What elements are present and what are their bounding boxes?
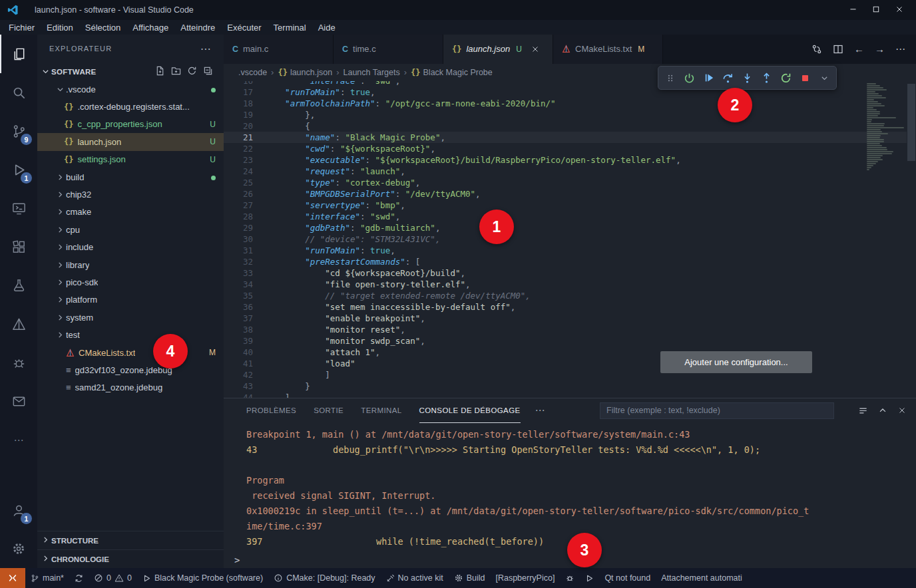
activity-search[interactable] <box>0 73 37 112</box>
breadcrumb-item[interactable]: {}Black Magic Probe <box>411 68 493 77</box>
status-cmake-debug[interactable] <box>560 573 580 583</box>
activity-remote-explorer[interactable] <box>0 189 37 227</box>
breadcrumb-item[interactable]: Launch Targets <box>343 68 399 77</box>
tree-item-test[interactable]: test <box>37 326 224 343</box>
status-git-branch[interactable]: main* <box>25 573 69 583</box>
restart-button[interactable] <box>776 68 796 88</box>
activity-testing[interactable] <box>0 266 37 305</box>
activity-source-control[interactable]: 9 <box>0 112 37 150</box>
menu-aide[interactable]: Aide <box>312 23 342 33</box>
menu-exécuter[interactable]: Exécuter <box>221 23 267 33</box>
lines-icon[interactable] <box>858 406 868 416</box>
console-filter-input[interactable] <box>600 402 834 419</box>
activity-explorer[interactable] <box>0 35 37 73</box>
tree-item-.cortex-debug.registers.stat...[interactable]: {}.cortex-debug.registers.stat... <box>37 98 224 115</box>
continue-button[interactable] <box>699 68 718 88</box>
arrow-right-icon[interactable]: → <box>875 44 885 54</box>
panel-tab-CONSOLE DE DÉBOGAGE[interactable]: CONSOLE DE DÉBOGAGE <box>419 398 521 423</box>
section-header-structure[interactable]: STRUCTURE <box>37 531 224 549</box>
status-sync[interactable] <box>69 574 89 583</box>
arrow-left-icon[interactable]: ← <box>854 44 864 54</box>
status-cmake-variant[interactable]: CMake: [Debug]: Ready <box>268 573 380 583</box>
activity-more-views[interactable]: ⋯ <box>0 420 37 459</box>
editor-scrollbar[interactable] <box>907 81 916 398</box>
tree-item-c_cpp_properties.json[interactable]: {}c_cpp_properties.jsonU <box>37 116 224 133</box>
tree-item-launch.json[interactable]: {}launch.jsonU <box>37 133 224 150</box>
activity-cmake[interactable] <box>0 305 37 343</box>
status-auto-attach[interactable]: Attachement automati <box>656 573 748 583</box>
add-configuration-button[interactable]: Ajouter une configuration... <box>660 351 812 373</box>
remote-indicator[interactable] <box>0 568 25 588</box>
tree-item-cmake[interactable]: cmake <box>37 204 224 221</box>
refresh-button[interactable] <box>187 66 197 77</box>
code-editor[interactable]: 16 "interface": "swd",17 "runToMain": tr… <box>224 81 916 398</box>
tree-item-cpu[interactable]: cpu <box>37 221 224 238</box>
new-folder-button[interactable] <box>171 66 181 77</box>
breadcrumb-item[interactable]: {}launch.json <box>278 68 332 77</box>
tree-item-library[interactable]: library <box>37 256 224 273</box>
tree-item-system[interactable]: system <box>37 309 224 326</box>
scrollbar-thumb[interactable] <box>907 84 915 161</box>
activity-extensions[interactable] <box>0 227 37 266</box>
ellipsis-icon[interactable]: ⋯ <box>895 44 905 54</box>
minimize-button[interactable] <box>849 5 857 15</box>
status-problems[interactable]: 00 <box>89 573 137 583</box>
chevron-up-icon[interactable] <box>878 406 887 415</box>
collapse-all-button[interactable] <box>203 66 213 77</box>
status-cmake-build[interactable]: Build <box>449 573 491 583</box>
new-file-button[interactable] <box>155 66 165 77</box>
tree-item-pico-sdk[interactable]: pico-sdk <box>37 273 224 291</box>
status-qt-status[interactable]: Qt not found <box>599 573 656 583</box>
section-header-chronologie[interactable]: CHRONOLOGIE <box>37 549 224 568</box>
split-editor-icon[interactable] <box>833 44 843 55</box>
open-changes-icon[interactable] <box>811 44 822 55</box>
tree-item-include[interactable]: include <box>37 239 224 256</box>
panel-tab-SORTIE[interactable]: SORTIE <box>314 398 344 423</box>
menu-edition[interactable]: Edition <box>41 23 79 33</box>
activity-cortex-debug[interactable] <box>0 343 37 382</box>
maximize-button[interactable] <box>872 5 880 15</box>
tree-item-CMakeLists.txt[interactable]: CMakeLists.txtM <box>37 344 224 361</box>
stop-button[interactable] <box>796 68 815 88</box>
tab-time.c[interactable]: Ctime.c <box>334 35 443 64</box>
status-cmake-run[interactable] <box>580 574 599 583</box>
ellipsis-icon[interactable]: ⋯ <box>535 404 545 416</box>
menu-affichage[interactable]: Affichage <box>126 23 174 33</box>
tab-main.c[interactable]: Cmain.c <box>224 35 334 64</box>
pause-power-button[interactable] <box>680 68 699 88</box>
drag-handle-button[interactable] <box>660 68 680 88</box>
activity-mail[interactable] <box>0 382 37 420</box>
activity-accounts[interactable]: 1 <box>0 491 37 529</box>
tree-item-platform[interactable]: platform <box>37 291 224 309</box>
status-cmake-target[interactable]: [RaspberryPico] <box>490 573 560 583</box>
tab-launch.json[interactable]: {}launch.jsonU <box>443 35 553 64</box>
close-icon[interactable] <box>531 45 540 54</box>
close-icon[interactable] <box>897 406 907 415</box>
status-cmake-kit[interactable]: No active kit <box>381 573 449 583</box>
menu-atteindre[interactable]: Atteindre <box>174 23 221 33</box>
tree-item-samd21_ozone.jdebug[interactable]: ≡samd21_ozone.jdebug <box>37 379 224 396</box>
menu-terminal[interactable]: Terminal <box>268 23 312 33</box>
tree-item-settings.json[interactable]: {}settings.jsonU <box>37 151 224 168</box>
menu-sélection[interactable]: Sélection <box>79 23 126 33</box>
status-debug-launch-config[interactable]: Black Magic Probe (software) <box>137 573 268 583</box>
activity-run-and-debug[interactable]: 1 <box>0 150 37 189</box>
activity-settings[interactable] <box>0 529 37 568</box>
views-and-more-actions-icon[interactable]: ⋯ <box>200 43 212 55</box>
tree-item-chip32[interactable]: chip32 <box>37 186 224 203</box>
tree-item-build[interactable]: build <box>37 168 224 186</box>
panel-tab-TERMINAL[interactable]: TERMINAL <box>361 398 401 423</box>
tree-item-gd32vf103_ozone.jdebug[interactable]: ≡gd32vf103_ozone.jdebug <box>37 361 224 378</box>
stop-menu-button[interactable] <box>815 68 834 88</box>
menu-fichier[interactable]: Fichier <box>3 23 41 33</box>
tab-CMakeLists.txt[interactable]: CMakeLists.txtM <box>553 35 663 64</box>
breadcrumb-item[interactable]: .vscode <box>238 68 267 77</box>
section-header-software[interactable]: SOFTWARE <box>37 63 224 80</box>
step-into-button[interactable] <box>738 68 757 88</box>
step-out-button[interactable] <box>757 68 776 88</box>
minimap[interactable] <box>867 83 905 171</box>
step-over-button[interactable] <box>718 68 738 88</box>
panel-tab-PROBLÈMES[interactable]: PROBLÈMES <box>246 398 296 423</box>
tree-item-.vscode[interactable]: .vscode <box>37 80 224 98</box>
close-button[interactable] <box>895 5 904 16</box>
